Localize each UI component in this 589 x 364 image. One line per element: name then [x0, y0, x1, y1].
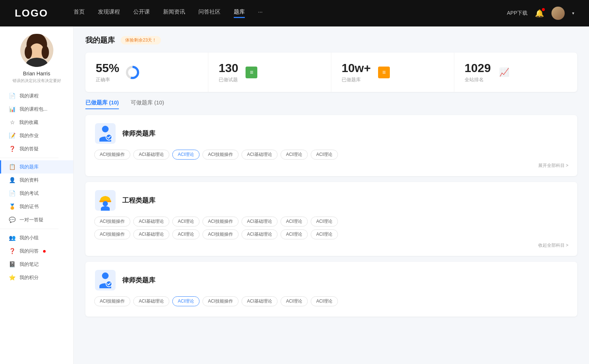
tag-item[interactable]: ACI基础理论	[241, 217, 278, 226]
tag-item[interactable]: ACI基础理论	[133, 217, 169, 226]
sidebar-item-coursepackage[interactable]: 📊 我的课程包...	[0, 103, 73, 116]
tag-item[interactable]: ACI技能操作	[202, 229, 239, 239]
sidebar-divider-1	[0, 158, 59, 158]
nav-link-news[interactable]: 新闻资讯	[163, 8, 185, 18]
tag-item[interactable]: ACI理论	[172, 229, 200, 239]
table-icon: ≡	[378, 67, 390, 78]
stat-label: 正确率	[96, 76, 119, 83]
qbank-header-3: 律师类题库	[94, 269, 568, 291]
sidebar-item-questionbank[interactable]: 📋 我的题库	[0, 160, 73, 174]
sidebar-item-myanswers[interactable]: ❓ 我的问答	[0, 245, 73, 258]
avatar-chevron-down-icon[interactable]: ▾	[572, 11, 574, 16]
stat-label: 已做题库	[342, 76, 371, 83]
tag-item[interactable]: ACI技能操作	[202, 150, 239, 160]
stat-number: 10w+	[342, 61, 371, 75]
tag-item[interactable]: ACI技能操作	[202, 217, 239, 226]
sidebar-item-label: 我的题库	[20, 164, 39, 170]
stat-number: 1029	[465, 61, 491, 75]
tag-item[interactable]: ACI基础理论	[133, 229, 169, 239]
tag-item[interactable]: ACI基础理论	[241, 296, 278, 306]
sidebar-item-label: 我的笔记	[20, 261, 39, 268]
tag-item[interactable]: ACI理论	[172, 217, 200, 226]
avatar-portrait	[20, 34, 53, 67]
svg-point-8	[106, 134, 112, 140]
qbank-title-1: 律师类题库	[122, 129, 155, 138]
tag-item[interactable]: ACI理论	[311, 217, 338, 226]
tag-item[interactable]: ACI基础理论	[241, 150, 278, 160]
pie-chart-visual	[126, 66, 139, 79]
tag-item[interactable]: ACI理论	[281, 217, 308, 226]
expand-link-1[interactable]: 展开全部科目 >	[94, 163, 568, 169]
nav-right: APP下载 🔔 ▾	[507, 7, 574, 20]
sidebar-item-favorites[interactable]: ☆ 我的收藏	[0, 116, 73, 129]
svg-point-3	[25, 46, 32, 59]
tag-item[interactable]: ACI理论	[281, 296, 308, 306]
navbar: LOGO 首页 发现课程 公开课 新闻资讯 问答社区 题库 ··· APP下载 …	[0, 0, 589, 26]
sidebar-item-label: 我的资料	[20, 177, 39, 183]
tag-item[interactable]: ACI技能操作	[202, 296, 239, 306]
nav-link-home[interactable]: 首页	[74, 8, 85, 18]
sidebar-item-label: 我的课程包...	[20, 106, 47, 113]
table-icon: ≡	[246, 67, 257, 78]
nav-links: 首页 发现课程 公开课 新闻资讯 问答社区 题库 ···	[74, 8, 507, 18]
sidebar-user-name: Brian Harris	[23, 71, 50, 76]
collapse-link-2[interactable]: 收起全部科目 >	[94, 242, 568, 249]
notification-bell[interactable]: 🔔	[535, 9, 544, 18]
homework-icon: 📝	[9, 132, 16, 139]
sidebar-item-label: 我的作业	[20, 132, 39, 139]
tag-item[interactable]: ACI理论	[281, 229, 308, 239]
tag-item-active[interactable]: ACI理论	[172, 296, 200, 306]
qbank-header-2: 工程类题库	[94, 189, 568, 211]
qbank-card-1: 律师类题库 ACI技能操作 ACI基础理论 ACI理论 ACI技能操作 ACI基…	[85, 115, 577, 176]
nav-link-qa[interactable]: 问答社区	[198, 8, 221, 18]
app-download-button[interactable]: APP下载	[507, 10, 528, 17]
sidebar-motto: 错误的决定比没有决定要好	[8, 78, 66, 83]
tab-available-banks[interactable]: 可做题库 (10)	[131, 99, 164, 109]
sidebar-avatar	[20, 34, 53, 67]
myanswers-icon: ❓	[9, 248, 16, 254]
qbank-3-tags: ACI技能操作 ACI基础理论 ACI理论 ACI技能操作 ACI基础理论 AC…	[94, 296, 568, 306]
questionbank-icon: 📋	[9, 164, 16, 170]
sidebar-item-label: 我的答疑	[20, 146, 39, 152]
sidebar-item-label: 我的问答	[20, 248, 39, 254]
sidebar-item-notes[interactable]: 📓 我的笔记	[0, 258, 73, 271]
new-dot-icon	[43, 250, 46, 253]
nav-link-discover[interactable]: 发现课程	[98, 8, 120, 18]
sidebar-item-profile[interactable]: 👤 我的资料	[0, 174, 73, 187]
tag-item[interactable]: ACI基础理论	[133, 296, 169, 306]
table-green-icon: ≡	[244, 65, 259, 80]
nav-link-opencourse[interactable]: 公开课	[133, 8, 150, 18]
stat-donebank: 10w+ 已做题库 ≡	[331, 53, 454, 92]
stat-donequestions: 130 已做试题 ≡	[208, 53, 331, 92]
tag-item[interactable]: ACI技能操作	[94, 229, 130, 239]
tag-item[interactable]: ACI理论	[281, 150, 308, 160]
avatar[interactable]	[551, 7, 565, 20]
sidebar-item-certificate[interactable]: 🏅 我的证书	[0, 200, 73, 213]
sidebar-item-homework[interactable]: 📝 我的作业	[0, 129, 73, 142]
tag-item[interactable]: ACI基础理论	[241, 229, 278, 239]
stat-ranking: 1029 全站排名 📈	[454, 53, 577, 92]
tag-item-active[interactable]: ACI理论	[172, 150, 200, 160]
sidebar-item-onetoone[interactable]: 💬 一对一答疑	[0, 213, 73, 226]
tag-item[interactable]: ACI基础理论	[133, 150, 169, 160]
tag-item[interactable]: ACI理论	[311, 229, 338, 239]
sidebar-item-courses[interactable]: 📄 我的课程	[0, 89, 73, 103]
stat-label: 全站排名	[465, 76, 491, 83]
tag-item[interactable]: ACI技能操作	[94, 296, 130, 306]
svg-point-7	[102, 126, 109, 132]
stat-value-done: 130 已做试题	[219, 61, 238, 83]
nav-link-more[interactable]: ···	[258, 8, 263, 18]
tabs-row: 已做题库 (10) 可做题库 (10)	[85, 99, 577, 109]
sidebar-item-group[interactable]: 👥 我的小组	[0, 231, 73, 245]
tag-item[interactable]: ACI理论	[311, 150, 338, 160]
tag-item[interactable]: ACI理论	[311, 296, 338, 306]
svg-point-11	[103, 201, 108, 206]
sidebar-item-exam[interactable]: 📄 我的考试	[0, 187, 73, 200]
nav-link-questionbank[interactable]: 题库	[234, 8, 245, 18]
sidebar-item-points[interactable]: ⭐ 我的积分	[0, 271, 73, 284]
profile-icon: 👤	[9, 177, 16, 183]
sidebar-item-questions[interactable]: ❓ 我的答疑	[0, 142, 73, 156]
tab-done-banks[interactable]: 已做题库 (10)	[85, 99, 119, 109]
tag-item[interactable]: ACI技能操作	[94, 150, 130, 160]
tag-item[interactable]: ACI技能操作	[94, 217, 130, 226]
